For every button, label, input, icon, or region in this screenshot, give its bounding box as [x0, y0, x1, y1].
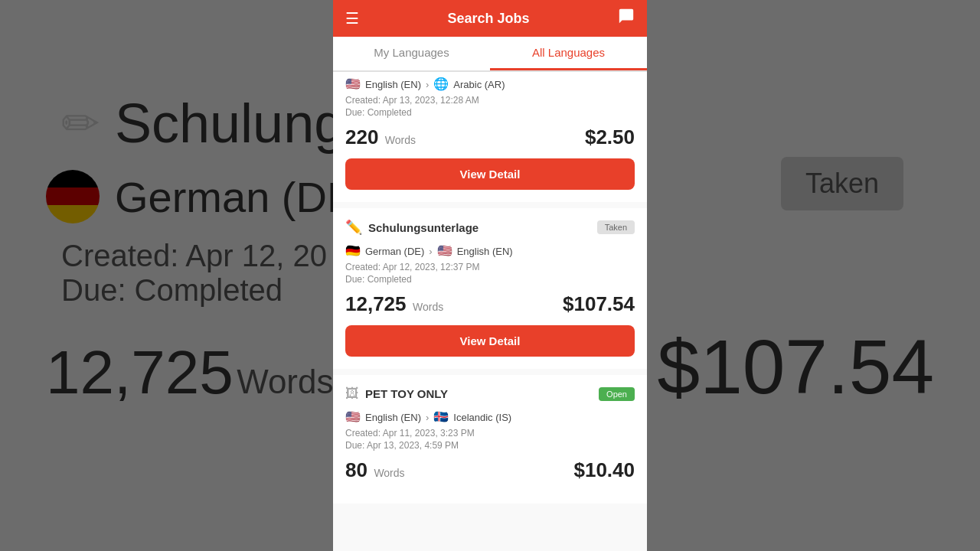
- job-2-from-flag: 🇩🇪: [345, 243, 361, 259]
- job-2-badge: Taken: [597, 220, 635, 234]
- job-3-price: $10.40: [573, 458, 635, 482]
- menu-icon[interactable]: ☰: [345, 9, 359, 28]
- job-2-to-lang: English (EN): [457, 246, 513, 257]
- job-3-title: PET TOY ONLY: [365, 387, 448, 400]
- from-flag-partial: 🇺🇸: [345, 77, 361, 92]
- job-3-to-lang: Icelandic (IS): [453, 412, 511, 423]
- created-partial: Created: Apr 13, 2023, 12:28 AM: [345, 95, 635, 106]
- jobs-list: 🇺🇸 English (EN) › 🌐 Arabic (AR) Created:…: [333, 72, 647, 551]
- job-2-title: Schulungsunterlage: [368, 221, 479, 234]
- view-detail-btn-2[interactable]: View Detail: [345, 325, 635, 357]
- to-lang-partial: Arabic (AR): [453, 79, 505, 90]
- job-3-due: Due: Apr 13, 2023, 4:59 PM: [345, 440, 635, 451]
- modal-header: ☰ Search Jobs: [333, 0, 647, 37]
- to-flag-partial: 🌐: [433, 77, 449, 92]
- job-3-badge: Open: [599, 387, 635, 401]
- job-3-icon: 🖼: [345, 386, 359, 402]
- job-card-2: ✏️ Schulungsunterlage Taken 🇩🇪 German (D…: [333, 208, 647, 369]
- left-overlay: [0, 0, 333, 551]
- job-2-from-lang: German (DE): [365, 246, 424, 257]
- job-2-created: Created: Apr 12, 2023, 12:37 PM: [345, 262, 635, 272]
- job-3-words-count: 80: [345, 458, 368, 481]
- job-card-partial: 🇺🇸 English (EN) › 🌐 Arabic (AR) Created:…: [333, 72, 647, 202]
- job-2-words-count: 12,725: [345, 292, 407, 315]
- tab-my-languages[interactable]: My Languages: [333, 37, 490, 70]
- view-detail-btn-1[interactable]: View Detail: [345, 158, 635, 190]
- job-card-3: 🖼 PET TOY ONLY Open 🇺🇸 English (EN) › 🇮🇸…: [333, 375, 647, 504]
- job-2-price: $107.54: [563, 292, 635, 316]
- job-3-from-lang: English (EN): [365, 412, 421, 423]
- words-label-partial: Words: [385, 134, 416, 146]
- job-2-icon: ✏️: [345, 219, 362, 236]
- job-2-to-flag: 🇺🇸: [437, 243, 452, 259]
- price-partial: $2.50: [585, 126, 635, 149]
- words-count-partial: 220: [345, 126, 378, 148]
- tab-all-languages[interactable]: All Languages: [490, 37, 647, 70]
- job-3-from-flag: 🇺🇸: [345, 409, 361, 425]
- job-2-words-label: Words: [413, 301, 443, 313]
- job-3-words-label: Words: [374, 467, 404, 479]
- job-2-due: Due: Completed: [345, 274, 635, 285]
- main-modal: ☰ Search Jobs My Languages All Languages…: [333, 0, 647, 551]
- chat-icon[interactable]: [618, 8, 635, 29]
- from-lang-partial: English (EN): [365, 79, 421, 90]
- job-3-created: Created: Apr 11, 2023, 3:23 PM: [345, 428, 635, 439]
- header-title: Search Jobs: [447, 11, 529, 27]
- job-3-to-flag: 🇮🇸: [433, 409, 449, 425]
- right-overlay: [647, 0, 980, 551]
- tabs-container: My Languages All Languages: [333, 37, 647, 72]
- due-partial: Due: Completed: [345, 107, 635, 118]
